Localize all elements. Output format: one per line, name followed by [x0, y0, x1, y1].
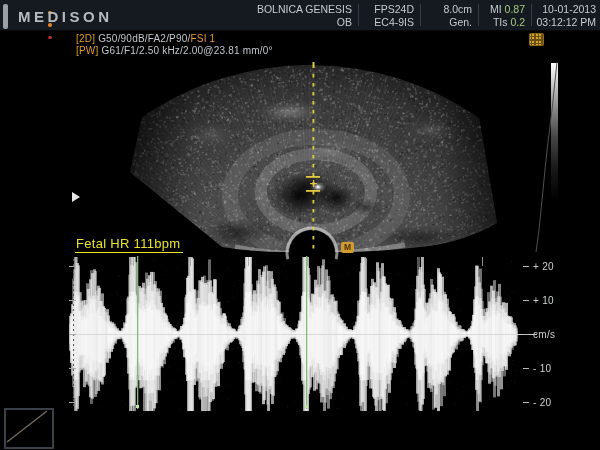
cine-thumbnail-icon[interactable]	[529, 33, 544, 46]
gamma-curve-box	[4, 408, 54, 449]
header-bar: MEDISON BOLNICA GENESIS OB FPS24D EC4-9I…	[0, 0, 600, 31]
scale-tick	[523, 300, 529, 301]
application-label: OB	[257, 16, 352, 29]
header-divider	[358, 4, 359, 26]
header-divider	[420, 4, 421, 26]
scale-label: + 20	[533, 261, 554, 272]
datetime-block: 10-01-2013 03:12:12 PM	[536, 3, 596, 28]
scale-tick	[523, 402, 529, 403]
scale-tick	[523, 266, 529, 267]
scale-row: - 20	[523, 396, 551, 408]
mi-value: 0.87	[505, 3, 525, 15]
pointer-arrow-icon	[72, 192, 80, 202]
mode-2d-tag: [2D]	[76, 33, 95, 44]
mi-label: MI	[490, 3, 502, 15]
param-2d-fsi: FSI 1	[190, 33, 215, 44]
depth-value: 8.0cm	[443, 3, 472, 16]
scale-tick	[523, 368, 529, 369]
scale-row: + 20	[523, 260, 554, 272]
fetal-hr-label: Fetal HR 111bpm	[75, 236, 183, 253]
scale-tick	[523, 334, 529, 335]
scale-row: + 10	[523, 294, 554, 306]
imaging-params: [2D] G50/90dB/FA2/P90/FSI 1 [PW] G61/F1/…	[76, 33, 273, 56]
hospital-block: BOLNICA GENESIS OB	[257, 3, 352, 28]
scale-label: cm/s	[533, 329, 555, 340]
param-2d-line: [2D] G50/90dB/FA2/P90/FSI 1	[76, 33, 273, 45]
tis-value: 0.2	[510, 16, 525, 28]
header-divider	[478, 4, 479, 26]
scale-label: - 10	[533, 363, 551, 374]
ultrasound-display-canvas	[0, 0, 600, 450]
transducer-label: EC4-9IS	[374, 16, 414, 29]
param-pw-values: G61/F1/2.50 kHz/2.00@23.81 mm/0°	[101, 45, 272, 56]
scale-row: cm/s	[523, 328, 555, 340]
depth-block: 8.0cm Gen.	[443, 3, 472, 28]
safety-indices-block: MI 0.87 TIs 0.2	[490, 3, 525, 28]
date-label: 10-01-2013	[536, 3, 596, 16]
tis-label: TIs	[493, 16, 508, 28]
scale-row: - 10	[523, 362, 551, 374]
param-pw-line: [PW] G61/F1/2.50 kHz/2.00@23.81 mm/0°	[76, 45, 273, 57]
fps-value: FPS24D	[374, 3, 414, 16]
acquisition-block: FPS24D EC4-9IS	[374, 3, 414, 28]
header-divider	[531, 4, 532, 26]
gamma-curve-icon	[6, 410, 48, 443]
ultrasound-screen: MEDISON BOLNICA GENESIS OB FPS24D EC4-9I…	[0, 0, 600, 450]
preset-value: Gen.	[443, 16, 472, 29]
mode-pw-tag: [PW]	[76, 45, 98, 56]
hospital-name: BOLNICA GENESIS	[257, 3, 352, 16]
tgc-curve	[530, 55, 562, 257]
brand-name: MEDISON	[18, 11, 113, 24]
param-2d-values: G50/90dB/FA2/P90/	[98, 33, 190, 44]
time-label: 03:12:12 PM	[536, 16, 596, 29]
scale-label: + 10	[533, 295, 554, 306]
brand-bar-icon	[3, 4, 8, 29]
scale-label: - 20	[533, 397, 551, 408]
orientation-marker: M	[341, 242, 354, 253]
